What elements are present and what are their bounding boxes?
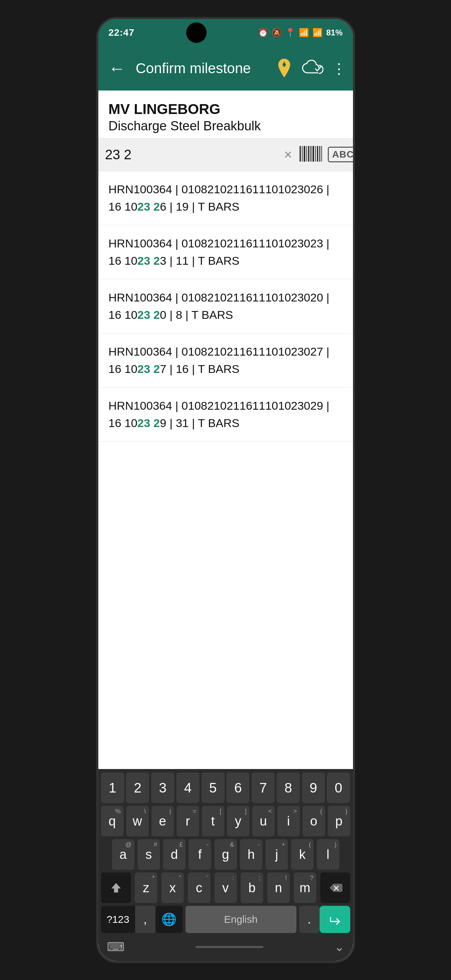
key-d[interactable]: d£ (163, 839, 185, 870)
list-item[interactable]: HRN100364 | 0108210211611101023020 | 16 … (98, 279, 353, 334)
key-0[interactable]: 0 (327, 772, 350, 803)
battery-level: 81% (326, 28, 343, 37)
key-w[interactable]: w\ (126, 806, 149, 837)
operation-name: Discharge Steel Breakbulk (108, 118, 343, 134)
key-r[interactable]: r= (177, 806, 199, 837)
key-c[interactable]: c' (188, 872, 210, 903)
result-line-2: 16 1023 26 | 19 | T BARS (108, 198, 343, 215)
key-l[interactable]: l) (317, 839, 339, 870)
search-input[interactable] (105, 147, 277, 162)
key-p[interactable]: p} (328, 806, 350, 837)
barcode-scanner-icon[interactable] (299, 145, 323, 164)
on-screen-keyboard: 1 2 3 4 5 6 7 8 9 0 q% w\ e| r= (98, 769, 353, 961)
key-7[interactable]: 7 (252, 772, 275, 803)
period-key[interactable]: . (299, 906, 320, 933)
keyboard-bottom-row: ?123 , 🌐 English . (98, 906, 353, 933)
key-q[interactable]: q% (101, 806, 124, 837)
app-bar-actions: ⋮ (276, 58, 346, 79)
alarm-icon: ⏰ (258, 28, 268, 37)
result-line-2: 16 1023 20 | 8 | T BARS (108, 306, 343, 324)
keyboard-a-row: a@ s# d£ f- g& h- j+ k( l) (98, 839, 353, 870)
key-4[interactable]: 4 (176, 772, 199, 803)
pin-alert-icon[interactable] (276, 58, 293, 79)
key-h[interactable]: h- (240, 839, 263, 870)
svg-rect-4 (302, 146, 303, 162)
keyboard-bottom-bar: ⌨ ⌄ (98, 936, 353, 961)
key-t[interactable]: t[ (202, 806, 224, 837)
key-z[interactable]: z* (135, 872, 157, 903)
phone-inner: 22:47 ⏰ 🔕 📍 📶 📶 81% ← Confirm milestone (98, 19, 353, 961)
list-item[interactable]: HRN100364 | 0108210211611101023027 | 16 … (98, 334, 353, 388)
key-6[interactable]: 6 (226, 772, 250, 803)
result-line-2: 16 1023 23 | 11 | T BARS (108, 252, 343, 269)
app-bar: ← Confirm milestone (98, 46, 353, 91)
signal-icon: 📶 (312, 28, 323, 37)
list-item[interactable]: HRN100364 | 0108210211611101023029 | 16 … (98, 388, 353, 442)
key-e[interactable]: e| (151, 806, 174, 837)
enter-key[interactable] (320, 906, 350, 933)
header-info: MV LINGEBORG Discharge Steel Breakbulk (98, 91, 353, 138)
globe-key[interactable]: 🌐 (156, 906, 183, 933)
key-a[interactable]: a@ (112, 839, 134, 870)
shift-key[interactable] (101, 872, 131, 903)
key-f[interactable]: f- (188, 839, 211, 870)
list-item[interactable]: HRN100364 | 0108210211611101023026 | 16 … (98, 171, 353, 225)
key-s[interactable]: s# (137, 839, 160, 870)
abc-mode-button[interactable]: ABC (328, 147, 353, 162)
key-j[interactable]: j+ (266, 839, 288, 870)
key-9[interactable]: 9 (302, 772, 325, 803)
result-line-1: HRN100364 | 0108210211611101023023 | (108, 235, 343, 252)
result-line-1: HRN100364 | 0108210211611101023029 | (108, 397, 343, 414)
key-g[interactable]: g& (214, 839, 237, 870)
keyboard-layout-icon[interactable]: ⌨ (107, 940, 124, 954)
keyboard-z-row: z* x" c' v: b; n! m? (98, 872, 353, 903)
key-8[interactable]: 8 (277, 772, 300, 803)
result-line-1: HRN100364 | 0108210211611101023026 | (108, 181, 343, 198)
key-v[interactable]: v: (214, 872, 237, 903)
svg-rect-11 (317, 146, 318, 162)
svg-rect-5 (304, 146, 305, 162)
key-x[interactable]: x" (161, 872, 184, 903)
status-icons: ⏰ 🔕 📍 📶 📶 81% (258, 28, 343, 37)
key-5[interactable]: 5 (201, 772, 225, 803)
svg-rect-6 (306, 146, 307, 162)
key-n[interactable]: n! (267, 872, 290, 903)
search-clear-button[interactable]: × (282, 145, 294, 164)
camera-notch (186, 22, 207, 43)
svg-rect-8 (311, 146, 311, 162)
backspace-key[interactable] (320, 872, 350, 903)
keyboard-hide-button[interactable]: ⌄ (334, 940, 344, 954)
key-y[interactable]: y] (227, 806, 250, 837)
phone-frame: 22:47 ⏰ 🔕 📍 📶 📶 81% ← Confirm milestone (96, 17, 355, 963)
svg-rect-12 (319, 146, 320, 162)
back-button[interactable]: ← (105, 56, 129, 80)
key-m[interactable]: m? (294, 872, 316, 903)
key-o[interactable]: o{ (303, 806, 325, 837)
spacebar[interactable]: English (185, 906, 296, 933)
key-1[interactable]: 1 (101, 772, 124, 803)
key-i[interactable]: i> (277, 806, 300, 837)
wifi-icon: 📶 (299, 28, 309, 37)
key-3[interactable]: 3 (151, 772, 174, 803)
result-line-2: 16 1023 29 | 31 | T BARS (108, 414, 343, 432)
app-bar-title: Confirm milestone (136, 60, 269, 76)
nav-indicator (195, 946, 263, 948)
key-u[interactable]: u< (252, 806, 275, 837)
status-time: 22:47 (108, 27, 135, 38)
key-2[interactable]: 2 (126, 772, 149, 803)
more-options-icon[interactable]: ⋮ (332, 60, 346, 77)
result-line-2: 16 1023 27 | 16 | T BARS (108, 360, 343, 378)
keyboard-q-row: q% w\ e| r= t[ y] u< i> o{ p} (98, 806, 353, 837)
result-line-1: HRN100364 | 0108210211611101023027 | (108, 343, 343, 360)
num-sym-key[interactable]: ?123 (101, 906, 135, 933)
content-area: MV LINGEBORG Discharge Steel Breakbulk × (98, 91, 353, 961)
cloud-sync-icon[interactable] (301, 59, 324, 78)
svg-rect-13 (321, 146, 322, 162)
svg-rect-10 (315, 146, 316, 162)
key-k[interactable]: k( (291, 839, 314, 870)
svg-point-2 (284, 66, 285, 67)
list-item[interactable]: HRN100364 | 0108210211611101023023 | 16 … (98, 225, 353, 279)
key-b[interactable]: b; (241, 872, 263, 903)
comma-key[interactable]: , (135, 906, 156, 933)
svg-marker-14 (111, 883, 121, 892)
